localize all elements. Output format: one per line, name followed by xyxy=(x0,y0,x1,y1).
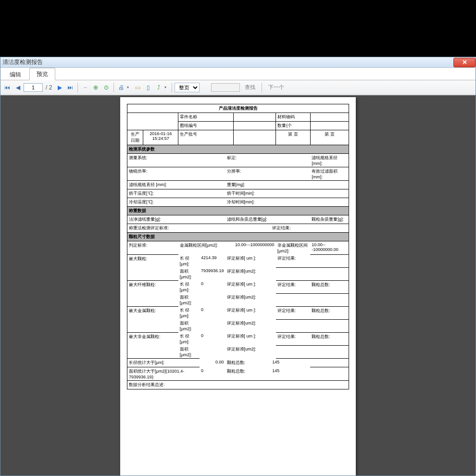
cell: 面积 [μm2]: xyxy=(178,345,200,359)
cell: 颗粒总数: xyxy=(310,332,349,345)
close-button[interactable]: ✕ xyxy=(453,58,476,67)
cell: 分辨率: xyxy=(225,167,311,181)
cell: 颗粒总数: xyxy=(225,367,271,381)
export-icon[interactable]: ⤴ xyxy=(154,83,163,92)
cell: 面积统计大于[μm2](10201.4-7939936.19): xyxy=(127,367,200,381)
cell: 长 径 [μm]: xyxy=(178,254,200,267)
lbl-part-name: 零件名称 xyxy=(178,113,234,122)
cell: 评定结果: xyxy=(276,254,310,267)
sec3-header: 颗粒尺寸数据 xyxy=(127,233,349,241)
cell: 冷却时间[min]: xyxy=(225,198,349,207)
page-setup-icon[interactable]: ▯ xyxy=(143,83,153,92)
cell: 评定标准[um2]: xyxy=(225,267,276,280)
cell: 称重法检测评定标准: xyxy=(127,224,271,233)
cell: 长径统计大于[μm]: xyxy=(127,359,200,367)
cell: 滤纸和杂质总重量[g]: xyxy=(225,215,311,224)
cell: 标定: xyxy=(225,154,311,167)
print-icon[interactable]: 🖨 xyxy=(116,83,126,92)
first-page-icon[interactable]: ⏮ xyxy=(2,83,12,92)
title-bar: 清洁度检测报告 ✕ xyxy=(0,57,476,68)
cell: 物镜倍率: xyxy=(127,167,225,181)
separator xyxy=(262,83,262,92)
cell: 长 径 [μm]: xyxy=(178,332,200,345)
cell: 10.00---10000000.00 xyxy=(310,241,349,255)
cell: 0 xyxy=(200,280,225,293)
separator xyxy=(113,83,114,92)
cell: 颗粒总数: xyxy=(225,359,271,367)
cell: 145 xyxy=(271,359,310,367)
cell: 颗粒总数: xyxy=(310,306,349,319)
cell: 10.00---1000000000 xyxy=(234,241,276,255)
lbl-prod-batch: 生产批号 xyxy=(178,130,234,145)
cell: 0 xyxy=(200,367,225,381)
cell: 评定标准[ um ]: xyxy=(225,280,276,293)
cell: 最大纤维颗粒: xyxy=(127,280,178,306)
tab-edit[interactable]: 编辑 xyxy=(2,68,28,80)
zoom-in-icon[interactable]: ⊕ xyxy=(91,83,100,92)
layout-icon[interactable]: ▭ xyxy=(133,83,142,92)
cell: 0.00 xyxy=(200,359,225,367)
cell: 评定标准[um2]: xyxy=(225,345,276,359)
cell: 非金属颗粒区间[μm2]: xyxy=(276,241,310,255)
cell: 洁净滤纸重量[g]: xyxy=(127,215,225,224)
window-title: 清洁度检测报告 xyxy=(2,58,43,66)
tab-preview[interactable]: 预览 xyxy=(29,68,55,80)
cell: 金属颗粒区间[μm2]: xyxy=(178,241,234,255)
cell: 有效过滤面积 [mm]: xyxy=(310,167,349,181)
find-next-button[interactable]: 下一个 xyxy=(264,83,288,92)
tab-bar: 编辑 预览 xyxy=(0,68,476,80)
cell: 评定结果: xyxy=(276,280,310,293)
cell: 重量[mg]: xyxy=(225,181,349,189)
next-page-icon[interactable]: ▶ xyxy=(55,83,64,92)
cell: 烘干温度[℃]: xyxy=(127,189,225,198)
lbl-prod-date: 生产日期 xyxy=(127,130,143,145)
prev-page-icon[interactable]: ◀ xyxy=(13,83,23,92)
export-dropdown-icon[interactable]: ▾ xyxy=(164,85,169,89)
search-input[interactable] xyxy=(211,83,240,92)
val-prod-date: 2016-01-16 15:24:57 xyxy=(143,130,178,145)
page-input[interactable] xyxy=(24,83,43,92)
cell: 145 xyxy=(271,367,310,381)
cell: 颗粒杂质重量[g]: xyxy=(310,215,349,224)
lbl-material-code: 材料物码 xyxy=(276,113,310,122)
cell: 评定标准[ um ]: xyxy=(225,254,276,267)
page-total: / 2 xyxy=(44,84,54,91)
sec1-header: 检测系统参数 xyxy=(127,145,349,154)
separator xyxy=(172,83,172,92)
zoom-select[interactable]: 整页 xyxy=(175,83,200,92)
toolbar: ⏮ ◀ / 2 ▶ ⏭ − ⊕ ⊙ 🖨 ▾ ▭ ▯ ⤴ ▾ 整页 查找 下一个 xyxy=(0,80,476,95)
cell: 7939936.19 xyxy=(200,267,225,280)
cell: 评定结果: xyxy=(276,306,310,319)
cell: 长 径 [μm]: xyxy=(178,306,200,319)
cell: 滤纸规格直径 [mm]: xyxy=(127,181,225,189)
cell: 最大金属颗粒: xyxy=(127,306,178,332)
cell: 评定标准[um2]: xyxy=(225,293,276,306)
sec2-header: 称重数据 xyxy=(127,207,349,215)
cell: 面积 [μm2]: xyxy=(178,267,200,280)
report-page: 产品清洁度检测报告 零件名称 材料物码 图纸编号 数量(个 生产日期 2016 xyxy=(120,97,356,476)
find-button[interactable]: 查找 xyxy=(241,83,259,92)
cell: 0 xyxy=(200,332,225,345)
zoom-out-icon[interactable]: − xyxy=(80,83,90,92)
report-table: 产品清洁度检测报告 零件名称 材料物码 图纸编号 数量(个 生产日期 2016 xyxy=(127,104,349,389)
cell: 评定标准[um2]: xyxy=(225,319,276,332)
last-page-icon[interactable]: ⏭ xyxy=(65,83,75,92)
cell: 评定标准[ um ]: xyxy=(225,306,276,319)
cell: 冷却温度[℃]: xyxy=(127,198,225,207)
separator xyxy=(77,83,78,92)
cell: 评定结果: xyxy=(276,332,310,345)
zoom-fit-icon[interactable]: ⊙ xyxy=(101,83,111,92)
report-viewer[interactable]: 产品清洁度检测报告 零件名称 材料物码 图纸编号 数量(个 生产日期 2016 xyxy=(0,95,476,476)
lbl-qty: 数量(个 xyxy=(276,122,310,130)
cell: 判定标准: xyxy=(127,241,178,255)
cell: 4214.39 xyxy=(200,254,225,267)
cell: 烘干时间[min]: xyxy=(225,189,349,198)
cell: 面积 [μm2]: xyxy=(178,319,200,332)
cell: 测量系统: xyxy=(127,154,225,167)
print-dropdown-icon[interactable]: ▾ xyxy=(127,85,132,89)
cell: 长 径 [μm]: xyxy=(178,280,200,293)
report-title: 产品清洁度检测报告 xyxy=(127,104,349,113)
lbl-page-b: 第 页 xyxy=(310,130,349,145)
cell: 面积 [μm2]: xyxy=(178,293,200,306)
window-buttons: ✕ xyxy=(453,58,476,67)
